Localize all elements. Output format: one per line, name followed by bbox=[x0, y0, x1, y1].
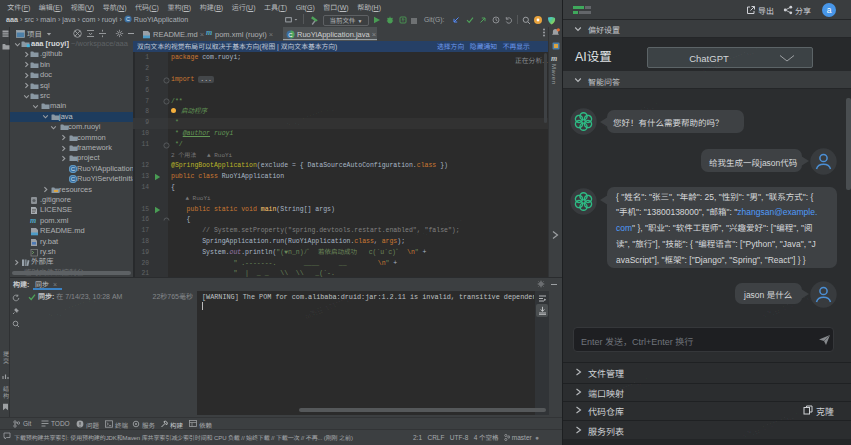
svg-text:C: C bbox=[126, 16, 130, 22]
svg-text:C: C bbox=[288, 32, 293, 38]
